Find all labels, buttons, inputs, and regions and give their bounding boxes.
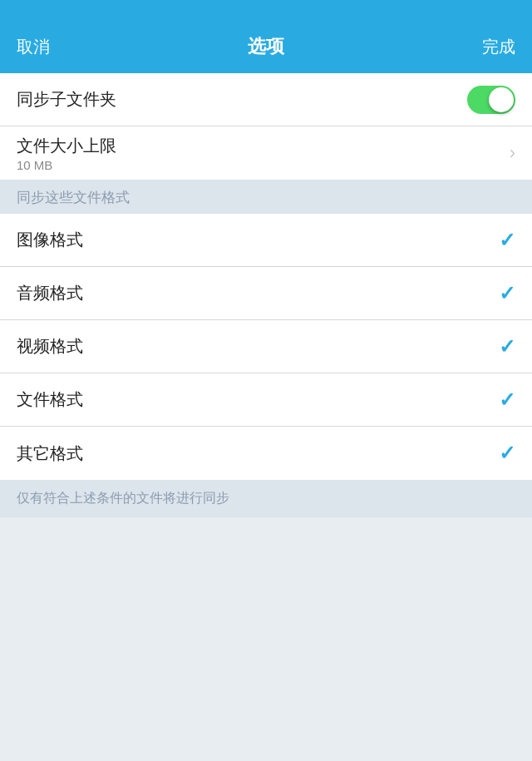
sync-subfolders-label: 同步子文件夹 [17, 88, 116, 111]
file-size-text-group: 文件大小上限 10 MB [17, 135, 116, 172]
video-format-label: 视频格式 [17, 335, 83, 358]
file-format-label: 文件格式 [17, 388, 83, 411]
page-title: 选项 [248, 34, 284, 59]
sync-formats-section-header: 同步这些文件格式 [0, 180, 532, 214]
settings-section-1: 同步子文件夹 文件大小上限 10 MB › [0, 73, 532, 180]
file-format-checkmark: ✓ [499, 388, 515, 412]
other-format-row[interactable]: 其它格式 ✓ [0, 427, 532, 480]
sync-subfolders-row[interactable]: 同步子文件夹 [0, 73, 532, 126]
file-format-row[interactable]: 文件格式 ✓ [0, 373, 532, 427]
footer-note: 仅有符合上述条件的文件将进行同步 [0, 480, 532, 517]
image-format-label: 图像格式 [17, 229, 83, 251]
image-format-checkmark: ✓ [499, 229, 515, 252]
footer-note-text: 仅有符合上述条件的文件将进行同步 [17, 491, 229, 505]
video-format-checkmark: ✓ [499, 335, 515, 358]
done-button[interactable]: 完成 [482, 36, 515, 58]
nav-bar: 取消 选项 完成 [0, 0, 532, 73]
sync-formats-label: 同步这些文件格式 [17, 190, 130, 205]
file-size-limit-label: 文件大小上限 [17, 135, 116, 157]
format-rows-container: 图像格式 ✓ 音频格式 ✓ 视频格式 ✓ 文件格式 ✓ 其它格式 ✓ [0, 214, 532, 480]
toggle-thumb [489, 87, 514, 112]
file-size-limit-row[interactable]: 文件大小上限 10 MB › [0, 126, 532, 180]
audio-format-checkmark: ✓ [499, 282, 515, 305]
audio-format-row[interactable]: 音频格式 ✓ [0, 267, 532, 320]
sync-subfolders-toggle[interactable] [467, 86, 515, 114]
image-format-row[interactable]: 图像格式 ✓ [0, 214, 532, 267]
other-format-label: 其它格式 [17, 442, 83, 465]
cancel-button[interactable]: 取消 [17, 36, 50, 58]
file-size-value: 10 MB [17, 158, 116, 172]
video-format-row[interactable]: 视频格式 ✓ [0, 320, 532, 373]
other-format-checkmark: ✓ [499, 442, 515, 465]
chevron-icon: › [510, 144, 515, 162]
audio-format-label: 音频格式 [17, 282, 83, 304]
